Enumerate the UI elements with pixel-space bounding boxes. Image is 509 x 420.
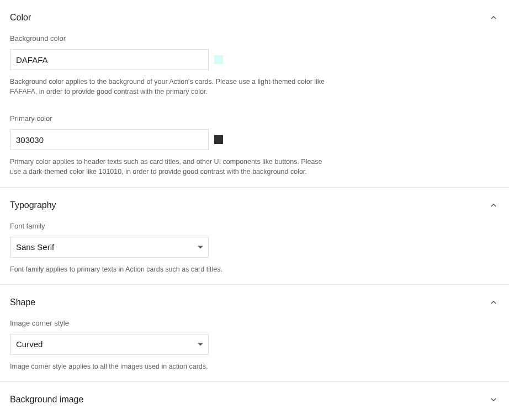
section-typography: Typography Font family Font family appli… bbox=[0, 188, 509, 285]
section-header-typography[interactable]: Typography bbox=[10, 200, 499, 211]
helper-background-color: Background color applies to the backgrou… bbox=[10, 77, 327, 97]
label-background-color: Background color bbox=[10, 34, 499, 42]
font-family-select[interactable] bbox=[10, 237, 209, 258]
label-font-family: Font family bbox=[10, 222, 499, 230]
background-color-input[interactable] bbox=[10, 49, 209, 70]
chevron-up-icon bbox=[488, 200, 499, 211]
section-title-typography: Typography bbox=[10, 200, 56, 210]
section-shape: Shape Image corner style Image corner st… bbox=[0, 285, 509, 382]
field-primary-color: Primary color Primary color applies to h… bbox=[10, 114, 499, 177]
label-image-corner-style: Image corner style bbox=[10, 319, 499, 327]
field-image-corner-style: Image corner style Image corner style ap… bbox=[10, 319, 499, 371]
field-background-color: Background color Background color applie… bbox=[10, 34, 499, 97]
section-title-color: Color bbox=[10, 13, 31, 23]
chevron-up-icon bbox=[488, 297, 499, 308]
primary-color-input[interactable] bbox=[10, 129, 209, 150]
section-title-background-image: Background image bbox=[10, 395, 83, 405]
section-title-shape: Shape bbox=[10, 297, 35, 307]
label-primary-color: Primary color bbox=[10, 114, 499, 123]
section-color: Color Background color Background color … bbox=[0, 0, 509, 188]
section-background-image: Background image bbox=[0, 382, 509, 417]
section-header-color[interactable]: Color bbox=[10, 12, 499, 23]
section-header-shape[interactable]: Shape bbox=[10, 297, 499, 308]
helper-image-corner-style: Image corner style applies to all the im… bbox=[10, 361, 327, 371]
primary-color-swatch bbox=[214, 135, 223, 144]
field-font-family: Font family Font family applies to prima… bbox=[10, 222, 499, 274]
chevron-up-icon bbox=[488, 12, 499, 23]
image-corner-select[interactable] bbox=[10, 334, 209, 355]
section-header-background-image[interactable]: Background image bbox=[10, 394, 499, 405]
helper-font-family: Font family applies to primary texts in … bbox=[10, 264, 327, 274]
helper-primary-color: Primary color applies to header texts su… bbox=[10, 157, 327, 177]
chevron-down-icon bbox=[488, 394, 499, 405]
background-color-swatch bbox=[214, 55, 223, 64]
